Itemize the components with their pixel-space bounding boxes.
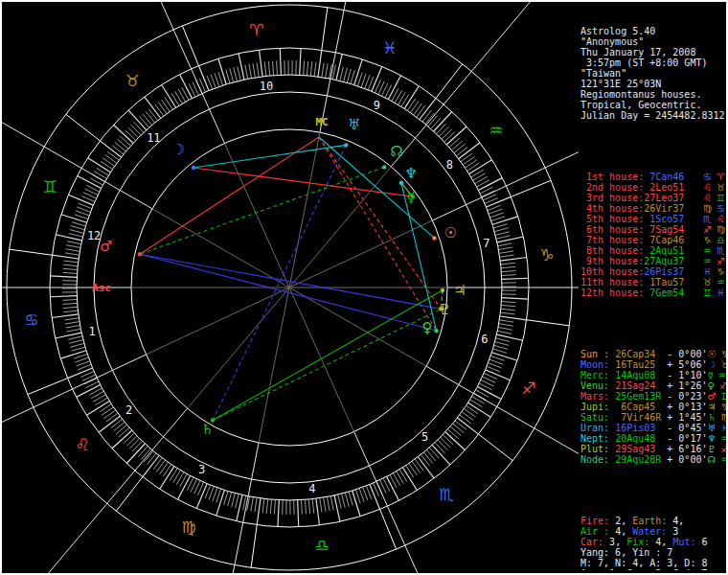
- virgo-sign-icon: ♍: [182, 518, 196, 537]
- sign-icon: ♐: [719, 380, 727, 391]
- sign-icon: ♒: [718, 370, 727, 380]
- house-label: 6th house:: [580, 224, 644, 235]
- taurus-sign-icon: ♉: [125, 71, 139, 90]
- planet-position-value: 14Aqu08: [615, 370, 667, 380]
- natural-sign-icon: ♍: [717, 224, 725, 235]
- planet-label: Satu:: [580, 412, 615, 423]
- wheel-svg: 123456789101112♈♉♊♋♌♍♎♏♐♑♒♓☉☽☿♀♂♃♄♅♆♇☊MC…: [2, 2, 579, 573]
- svg-text:2: 2: [125, 403, 132, 417]
- stats-segment: 2,: [609, 516, 632, 526]
- house-glyphs: ♌♊: [703, 193, 727, 203]
- houses-block: 1st house: 7Can46♋♈ 2nd house: 2Leo51♌♉ …: [580, 172, 727, 298]
- house-row: 8th house: 2Aqu51♒♏: [580, 245, 727, 256]
- cusp-sign-icon: ♊: [703, 288, 712, 298]
- house-row: 4th house:26Vir37♍♋: [580, 203, 727, 214]
- svg-text:11: 11: [147, 131, 160, 145]
- spacer: [580, 319, 727, 328]
- header-line: Regiomontanus houses.: [580, 89, 727, 100]
- header-line: Tropical, Geocentric.: [580, 100, 727, 110]
- planet-position-value: 26Cap34: [615, 349, 667, 359]
- planet-icon: ☽: [707, 359, 716, 370]
- house-cusp-value: 2Aqu51: [644, 245, 684, 256]
- house-label: 8th house:: [580, 245, 644, 256]
- house-cusp-value: 7Gem54: [644, 288, 684, 298]
- spacer: [580, 142, 727, 150]
- house-glyphs: ♍♋: [703, 203, 727, 214]
- planet-row: Satu: 7Vir46R + 1°45'♄♍: [580, 412, 727, 423]
- stats-segment: Yang: 6, Yin : 7: [580, 547, 672, 558]
- cusp-sign-icon: ♓: [703, 266, 712, 277]
- planet-label: Merc:: [580, 370, 615, 380]
- house-label: 9th house:: [580, 256, 644, 266]
- planet-icon: ♄: [707, 412, 716, 423]
- venus-position-dot: [434, 329, 438, 333]
- libra-sign-icon: ♎: [314, 536, 329, 555]
- planet-label: Nept:: [580, 433, 615, 444]
- stats-segment: Water:: [632, 526, 667, 537]
- planet-icon: ☊: [707, 454, 716, 465]
- house-cusp-value: 2Leo51: [644, 182, 684, 193]
- planet-glyphs: ♅♓: [707, 423, 727, 433]
- planet-latitude-value: + 1°45': [667, 412, 707, 423]
- planet-row: Mars: 25Gem13R - 0°23'♂♊: [580, 391, 727, 402]
- natural-sign-icon: ♐: [717, 256, 725, 266]
- house-glyphs: ♋♈: [703, 172, 727, 182]
- svg-text:3: 3: [198, 463, 205, 476]
- planet-latitude-value: + 6°16': [667, 444, 707, 454]
- uranus-position-dot: [344, 143, 348, 147]
- planets-block: Sun : 26Cap34 - 0°00'☉♑Moon: 16Tau25 + 5…: [580, 349, 727, 465]
- planet-position-value: 25Gem13R: [615, 391, 667, 402]
- house-cusp-value: 7Sag54: [644, 224, 684, 235]
- planet-glyphs: ☽♉: [707, 359, 727, 370]
- cusp-sign-icon: ♏: [703, 214, 712, 224]
- planet-glyphs: ♆♒: [707, 433, 727, 444]
- house-row: 10th house:26Pis37♓♑: [580, 266, 727, 277]
- node-position-dot: [382, 165, 386, 169]
- planet-row: Nept: 20Aqu48 - 0°17'♆♒: [580, 433, 727, 444]
- planet-icon: ♆: [707, 433, 716, 444]
- planet-position-value: 29Aqu28R: [615, 454, 667, 465]
- header-line: Astrolog 5.40: [580, 26, 727, 36]
- house-cusp-value: 27Leo37: [644, 193, 684, 203]
- asc-axis-label: Asc: [92, 282, 111, 294]
- cusp-sign-icon: ♑: [703, 235, 712, 245]
- natural-sign-icon: ♈: [717, 172, 725, 182]
- planet-position-value: 6Cap45: [615, 402, 667, 412]
- cusp-sign-icon: ♋: [703, 172, 712, 182]
- house-row: 3rd house:27Leo37♌♊: [580, 193, 727, 203]
- cusp-sign-icon: ♌: [703, 182, 712, 193]
- planet-latitude-value: + 1°26': [667, 380, 707, 391]
- planet-row: Uran: 16Pis03 - 0°45'♅♓: [580, 423, 727, 433]
- stats-line: Yang: 6, Yin : 7: [580, 547, 727, 558]
- sagittarius-sign-icon: ♐: [521, 379, 535, 398]
- sign-icon: ♍: [720, 412, 727, 423]
- house-cusp-value: 7Cap46: [644, 235, 684, 245]
- planet-dots: [138, 143, 445, 423]
- uranus-planet-icon: ♅: [348, 116, 360, 133]
- house-glyphs: ♑♎: [703, 235, 727, 245]
- planet-icon: ♃: [707, 402, 716, 412]
- planet-row: Plut: 29Sag43 + 6°16'♇♐: [580, 444, 727, 454]
- natural-sign-icon: ♑: [717, 266, 725, 277]
- planet-row: Venu: 21Sag24 + 1°26'♀♐: [580, 380, 727, 391]
- spacer: [580, 486, 727, 494]
- header-line: 3:57pm (ST +8:00 GMT): [580, 58, 727, 68]
- jupiter-planet-icon: ♃: [453, 282, 466, 299]
- house-label: 3rd house:: [580, 193, 644, 203]
- cusp-sign-icon: ♍: [703, 203, 712, 214]
- planet-latitude-value: + 5°06': [667, 359, 707, 370]
- saturn-planet-icon: ♄: [201, 421, 214, 438]
- moon-planet-icon: ☽: [172, 141, 185, 158]
- header-line: 121°31E 25°03N: [580, 79, 727, 89]
- moon-position-dot: [192, 166, 195, 170]
- svg-text:4: 4: [308, 482, 315, 495]
- stats-line: M: 7, N: 4, A: 3, D: 8: [580, 558, 727, 568]
- natural-sign-icon: ♒: [717, 277, 725, 288]
- svg-text:9: 9: [374, 99, 380, 112]
- planet-label: Mars:: [580, 391, 615, 402]
- svg-text:8: 8: [446, 158, 453, 172]
- planet-position-value: 29Sag43: [615, 444, 667, 454]
- planet-latitude-value: + 0°13': [667, 402, 707, 412]
- cusp-sign-icon: ♒: [703, 245, 712, 256]
- leo-sign-icon: ♌: [76, 435, 90, 454]
